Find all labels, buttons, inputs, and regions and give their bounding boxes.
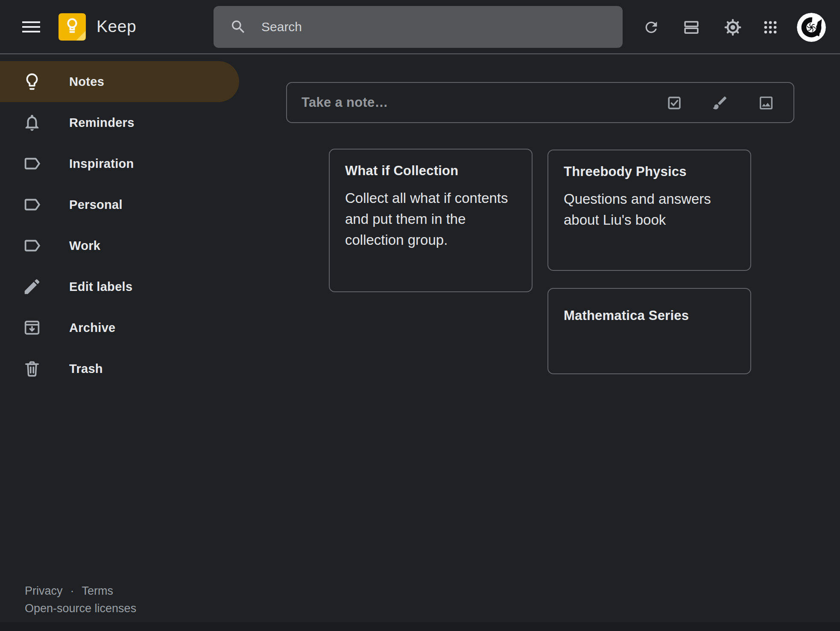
footer-separator: ·: [70, 584, 74, 598]
sidebar-item-edit-labels[interactable]: Edit labels: [0, 266, 239, 307]
new-image-button[interactable]: [757, 94, 775, 112]
new-checklist-button[interactable]: [665, 94, 683, 112]
sidebar-item-trash[interactable]: Trash: [0, 348, 239, 389]
app-header: Keep: [0, 0, 840, 54]
refresh-button[interactable]: [638, 14, 665, 41]
sidebar-item-label: Edit labels: [69, 280, 132, 294]
settings-button[interactable]: [719, 14, 746, 41]
refresh-icon: [643, 19, 660, 36]
sidebar-item-reminders[interactable]: Reminders: [0, 102, 239, 143]
sidebar-item-label: Inspiration: [69, 157, 134, 171]
search-icon: [230, 18, 247, 35]
new-drawing-button[interactable]: [711, 94, 729, 112]
search-input[interactable]: [260, 19, 623, 35]
list-view-icon: [682, 18, 700, 36]
pencil-icon: [22, 276, 42, 297]
note-card[interactable]: Threebody Physics Questions and answers …: [547, 150, 751, 271]
hamburger-menu-icon: [22, 21, 40, 33]
note-title: Mathematica Series: [564, 308, 735, 323]
label-icon: [22, 153, 42, 174]
note-card[interactable]: What if Collection Collect all what if c…: [329, 149, 533, 292]
keep-logo-icon[interactable]: [59, 13, 86, 41]
search-bar[interactable]: [214, 6, 623, 48]
sidebar-item-label: Reminders: [69, 116, 135, 130]
note-card[interactable]: Mathematica Series: [547, 288, 751, 374]
sidebar-item-work[interactable]: Work: [0, 225, 239, 266]
sidebar-item-label: Archive: [69, 321, 116, 335]
settings-gear-icon: [723, 18, 742, 37]
list-view-button[interactable]: [678, 14, 705, 41]
sidebar-item-notes[interactable]: Notes: [0, 61, 239, 102]
trash-icon: [22, 358, 42, 379]
label-icon: [22, 235, 42, 256]
sidebar-footer: Privacy · Terms Open-source licenses: [25, 584, 136, 615]
sidebar-item-label: Notes: [69, 75, 104, 89]
bell-icon: [22, 112, 42, 133]
main-menu-button[interactable]: [18, 13, 45, 41]
sidebar-item-inspiration[interactable]: Inspiration: [0, 143, 239, 184]
privacy-link[interactable]: Privacy: [25, 584, 63, 598]
note-body: Collect all what if contents and put the…: [345, 188, 516, 250]
open-source-licenses-link[interactable]: Open-source licenses: [25, 602, 136, 615]
lightbulb-icon: [22, 71, 42, 92]
terms-link[interactable]: Terms: [82, 584, 114, 598]
google-apps-button[interactable]: [757, 14, 784, 41]
note-title: Threebody Physics: [564, 164, 735, 179]
sidebar-item-personal[interactable]: Personal: [0, 184, 239, 225]
label-icon: [22, 194, 42, 215]
account-avatar[interactable]: [797, 13, 826, 42]
sidebar-item-label: Work: [69, 239, 100, 253]
take-a-note-bar[interactable]: Take a note…: [286, 82, 794, 123]
app-title: Keep: [97, 17, 136, 36]
archive-icon: [22, 317, 42, 338]
note-body: Questions and answers about Liu's book: [564, 188, 735, 230]
take-a-note-placeholder: Take a note…: [301, 95, 388, 110]
sidebar-item-label: Personal: [69, 198, 123, 212]
note-title: What if Collection: [345, 163, 516, 179]
sidebar-item-archive[interactable]: Archive: [0, 307, 239, 348]
google-apps-grid-icon: [762, 19, 779, 35]
sidebar-item-label: Trash: [69, 362, 103, 376]
window-bottom-edge: [0, 622, 840, 631]
